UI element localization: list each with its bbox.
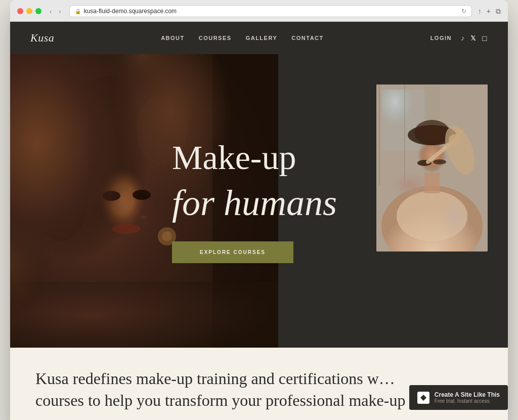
nav-right: LOGIN ♪ 𝕏 ◻	[430, 34, 488, 42]
svg-point-5	[111, 184, 126, 192]
forward-button[interactable]: ›	[57, 7, 63, 16]
svg-point-7	[56, 105, 116, 186]
svg-point-9	[33, 150, 89, 241]
hero-headline: Make-up	[172, 139, 296, 177]
browser-chrome: ‹ › 🔒 kusa-fluid-demo.squarespace.com ↻ …	[10, 0, 508, 22]
refresh-button[interactable]: ↻	[461, 8, 466, 15]
svg-point-14	[102, 191, 120, 201]
squarespace-logo	[417, 392, 429, 404]
share-icon[interactable]: ↑	[478, 7, 482, 16]
back-button[interactable]: ‹	[48, 7, 54, 16]
nav-links: ABOUT COURSES GALLERY CONTACT	[161, 35, 324, 41]
fullscreen-button[interactable]	[35, 8, 41, 14]
social-icons: ♪ 𝕏 ◻	[461, 34, 488, 42]
site-logo[interactable]: Kusa	[30, 31, 54, 45]
svg-point-13	[112, 224, 141, 234]
new-tab-icon[interactable]: +	[487, 7, 491, 16]
hero-subheadline: for humans	[172, 185, 337, 221]
hero-section: Make-up for humans EXPLORE COURSES	[10, 54, 508, 348]
tiktok-icon[interactable]: ♪	[461, 34, 464, 42]
traffic-lights	[17, 8, 41, 14]
lock-icon: 🔒	[75, 9, 81, 14]
instagram-icon[interactable]: ◻	[482, 34, 488, 42]
nav-link-courses[interactable]: COURSES	[199, 35, 232, 41]
svg-point-15	[133, 190, 151, 200]
minimize-button[interactable]	[26, 8, 32, 14]
squarespace-badge[interactable]: Create A Site Like This Free trial. Inst…	[409, 385, 508, 410]
badge-main-text: Create A Site Like This	[435, 391, 500, 398]
login-button[interactable]: LOGIN	[430, 35, 452, 41]
url-text: kusa-fluid-demo.squarespace.com	[84, 8, 177, 15]
browser-actions: ↑ + ⧉	[478, 7, 501, 16]
twitter-icon[interactable]: 𝕏	[470, 34, 476, 42]
nav-link-gallery[interactable]: GALLERY	[246, 35, 278, 41]
browser-navigation: ‹ ›	[48, 7, 63, 16]
hero-content: Make-up for humans EXPLORE COURSES	[152, 54, 508, 348]
tabs-icon[interactable]: ⧉	[496, 7, 501, 16]
address-bar[interactable]: 🔒 kusa-fluid-demo.squarespace.com ↻	[69, 5, 472, 17]
browser-window: ‹ › 🔒 kusa-fluid-demo.squarespace.com ↻ …	[10, 0, 508, 420]
nav-link-about[interactable]: ABOUT	[161, 35, 185, 41]
svg-point-2	[10, 130, 111, 332]
navigation: Kusa ABOUT COURSES GALLERY CONTACT LOGIN…	[10, 22, 508, 54]
explore-courses-button[interactable]: EXPLORE COURSES	[172, 241, 293, 263]
badge-text: Create A Site Like This Free trial. Inst…	[435, 391, 500, 404]
nav-link-contact[interactable]: CONTACT	[291, 35, 323, 41]
badge-sub-text: Free trial. Instant access.	[435, 398, 500, 404]
website: Kusa ABOUT COURSES GALLERY CONTACT LOGIN…	[10, 22, 508, 420]
close-button[interactable]	[17, 8, 23, 14]
